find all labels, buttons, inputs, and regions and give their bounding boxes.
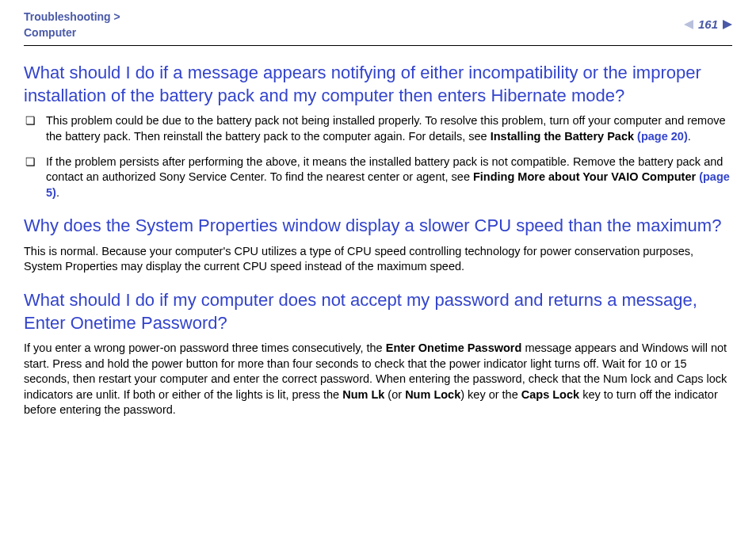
bullet-text-bold: Finding More about Your VAIO Computer [473,170,696,183]
bullet-text-bold: Installing the Battery Pack [491,130,634,143]
para-part: If you enter a wrong power-on password t… [24,341,386,354]
para-bold: Enter Onetime Password [386,341,522,354]
para-bold: Caps Lock [521,388,579,401]
question-heading-3: What should I do if my computer does not… [24,289,732,334]
para-part: (or [384,388,405,401]
answer-paragraph-3: If you enter a wrong power-on password t… [24,341,732,418]
page-navigation: 161 [684,10,732,31]
breadcrumb-subsection: Computer [24,26,76,39]
bullet-list-1: This problem could be due to the battery… [24,113,732,200]
question-heading-2: Why does the System Properties window di… [24,215,732,238]
para-part: ) key or the [460,388,521,401]
question-heading-1: What should I do if a message appears no… [24,62,732,107]
breadcrumb[interactable]: Troubleshooting > Computer [24,10,120,40]
page-reference-link[interactable]: (page 20) [634,130,688,143]
page-header: Troubleshooting > Computer 161 [24,10,732,46]
para-bold: Num Lock [405,388,460,401]
para-bold: Num Lk [342,388,384,401]
page-number: 161 [698,17,718,31]
list-item: If the problem persists after performing… [24,154,732,201]
prev-page-icon[interactable] [684,20,693,29]
bullet-text-post: . [56,186,59,199]
list-item: This problem could be due to the battery… [24,113,732,144]
answer-paragraph-2: This is normal. Because your computer's … [24,244,732,275]
next-page-icon[interactable] [723,20,732,29]
document-page: Troubleshooting > Computer 161 What shou… [0,0,756,453]
bullet-text-post: . [688,130,691,143]
breadcrumb-section: Troubleshooting > [24,10,120,23]
